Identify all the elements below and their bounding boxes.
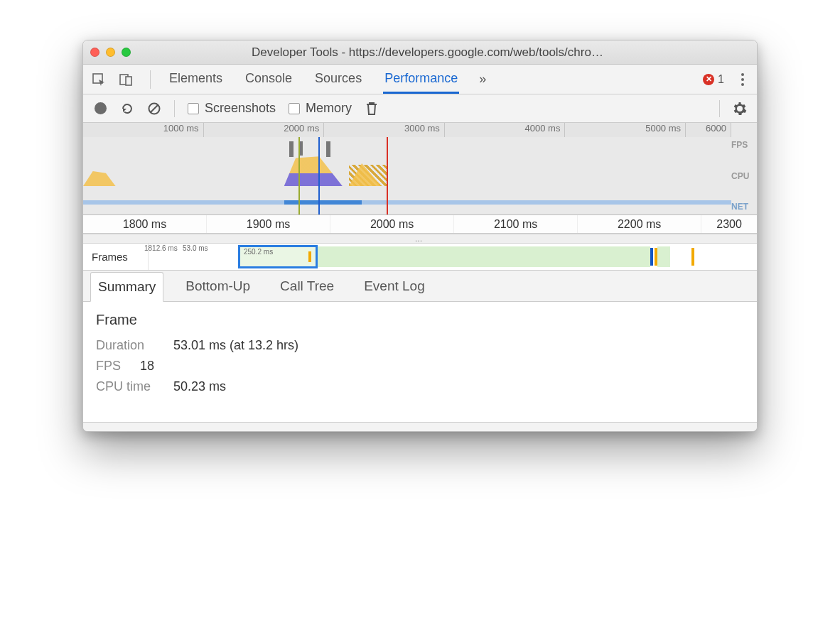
details-title: Frame — [96, 312, 744, 328]
window-title: Developer Tools - https://developers.goo… — [141, 45, 750, 60]
frame-segment[interactable] — [318, 246, 650, 267]
device-toggle-icon[interactable] — [119, 72, 133, 87]
devtools-tabbar: Elements Console Sources Performance » 1 — [83, 65, 757, 94]
net-band — [83, 200, 731, 205]
marker-red — [387, 137, 388, 214]
minimize-window-button[interactable] — [106, 48, 115, 57]
performance-toolbar: Screenshots Memory — [83, 94, 757, 123]
ov-tick: 1000 ms — [83, 123, 204, 137]
record-button[interactable] — [93, 102, 107, 116]
detail-value: 50.23 ms — [173, 379, 226, 394]
subtab-call-tree[interactable]: Call Tree — [272, 271, 342, 301]
inspect-element-icon[interactable] — [92, 72, 106, 87]
overview-lane-labels: FPS CPU NET — [731, 137, 754, 214]
zoom-tick: 2100 ms — [453, 215, 577, 233]
toolbar-separator — [174, 100, 175, 117]
close-window-button[interactable] — [90, 48, 99, 57]
more-tabs-icon[interactable]: » — [479, 72, 485, 87]
details-panel: Frame Duration 53.01 ms (at 13.2 hrs) FP… — [83, 302, 757, 423]
svg-rect-2 — [126, 77, 131, 85]
overview-ruler: 1000 ms 2000 ms 3000 ms 4000 ms 5000 ms … — [83, 123, 731, 137]
frames-track[interactable]: 1812.6 ms 53.0 ms 250.2 ms — [149, 244, 757, 270]
net-segment — [284, 200, 362, 205]
traffic-lights — [90, 48, 131, 57]
svg-line-4 — [151, 105, 158, 112]
ov-tick: 3000 ms — [324, 123, 445, 137]
screenshots-checkbox[interactable]: Screenshots — [188, 101, 276, 116]
frame-time-label: 1812.6 ms — [144, 244, 178, 252]
lane-fps: FPS — [731, 140, 754, 150]
subtab-summary[interactable]: Summary — [90, 272, 163, 302]
fps-bars — [83, 140, 731, 158]
kebab-menu-icon[interactable] — [737, 73, 748, 86]
zoom-tick: 1800 ms — [83, 215, 206, 233]
details-subtabs: Summary Bottom-Up Call Tree Event Log — [83, 271, 757, 302]
zoom-tick: 2000 ms — [330, 215, 453, 233]
ov-tick: 4000 ms — [445, 123, 566, 137]
detail-row: CPU time 50.23 ms — [96, 379, 744, 394]
section-divider[interactable]: … — [83, 234, 757, 244]
overview-chart — [83, 137, 731, 214]
memory-label: Memory — [306, 101, 352, 116]
frames-row[interactable]: Frames 1812.6 ms 53.0 ms 250.2 ms — [83, 244, 757, 271]
trash-icon[interactable] — [365, 102, 379, 116]
toolbar-separator — [719, 100, 720, 117]
devtools-window: Developer Tools - https://developers.goo… — [82, 40, 758, 432]
ov-tick: 2000 ms — [204, 123, 325, 137]
error-indicator[interactable]: 1 — [703, 73, 724, 86]
error-icon — [703, 74, 714, 85]
reload-button[interactable] — [120, 102, 134, 116]
clear-button[interactable] — [147, 102, 161, 116]
screenshots-label: Screenshots — [205, 101, 276, 116]
overview-timeline[interactable]: 1000 ms 2000 ms 3000 ms 4000 ms 5000 ms … — [83, 123, 757, 215]
lane-net: NET — [731, 202, 754, 212]
maximize-window-button[interactable] — [122, 48, 131, 57]
detail-key: CPU time — [96, 379, 163, 394]
ov-tick: 6000 — [686, 123, 731, 137]
tab-console[interactable]: Console — [244, 65, 294, 94]
cpu-area — [83, 166, 116, 186]
titlebar: Developer Tools - https://developers.goo… — [83, 40, 757, 65]
tab-performance[interactable]: Performance — [383, 65, 459, 94]
cpu-area — [284, 155, 343, 186]
marker-blue — [318, 137, 320, 214]
detail-key: Duration — [96, 338, 163, 353]
frame-time-label: 53.0 ms — [183, 244, 208, 252]
frame-selected[interactable]: 250.2 ms — [238, 245, 318, 268]
lane-cpu: CPU — [731, 171, 754, 181]
zoom-tick: 1900 ms — [206, 215, 330, 233]
checkbox-icon — [188, 103, 199, 114]
tabs-container: Elements Console Sources Performance » — [168, 65, 690, 94]
subtab-event-log[interactable]: Event Log — [356, 271, 433, 301]
error-count: 1 — [718, 73, 724, 86]
detail-row: Duration 53.01 ms (at 13.2 hrs) — [96, 338, 744, 353]
marker-green — [298, 137, 300, 214]
memory-checkbox[interactable]: Memory — [289, 101, 352, 116]
checkbox-icon — [289, 103, 300, 114]
tab-elements[interactable]: Elements — [168, 65, 224, 94]
frame-marker — [691, 248, 694, 266]
tabbar-separator — [150, 70, 151, 89]
subtab-bottom-up[interactable]: Bottom-Up — [178, 271, 258, 301]
frames-label: Frames — [83, 244, 149, 270]
ov-tick: 5000 ms — [565, 123, 686, 137]
detail-key: FPS — [96, 359, 130, 374]
detail-value: 53.01 ms (at 13.2 hrs) — [173, 338, 298, 353]
tab-sources[interactable]: Sources — [313, 65, 363, 94]
frame-segment[interactable] — [657, 246, 670, 267]
frame-time-label: 250.2 ms — [244, 248, 273, 256]
bottom-strip — [83, 423, 757, 431]
detail-row: FPS 18 — [96, 359, 744, 374]
frame-marker — [650, 248, 653, 266]
zoom-ruler[interactable]: 1800 ms 1900 ms 2000 ms 2100 ms 2200 ms … — [83, 215, 757, 234]
detail-value: 18 — [140, 359, 154, 374]
zoom-tick: 2300 — [701, 215, 757, 233]
zoom-tick: 2200 ms — [577, 215, 701, 233]
settings-gear-icon[interactable] — [733, 102, 747, 116]
